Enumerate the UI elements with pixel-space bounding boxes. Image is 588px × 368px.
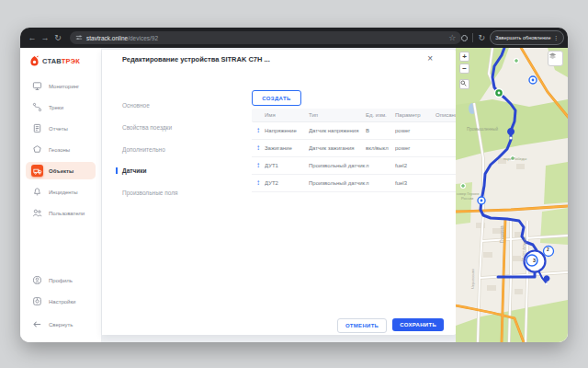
- sidebar-item-label: Инциденты: [49, 190, 78, 195]
- sensor-unit: л: [366, 163, 395, 168]
- edit-device-modal: Редактирование устройства SITRAK C7H ...…: [102, 50, 457, 335]
- sidebar-item-objects[interactable]: Объекты: [26, 162, 96, 179]
- cancel-button[interactable]: ОТМЕНИТЬ: [337, 318, 387, 333]
- col-unit: Ед. изм.: [366, 112, 395, 118]
- sidebar-item-tracks[interactable]: Треки: [26, 98, 96, 116]
- sidebar-item-settings[interactable]: Настройки: [26, 293, 96, 310]
- sidebar: СТАВТРЭК Мониторинг Тре: [20, 48, 102, 342]
- url-host: stavtrack.online: [86, 35, 128, 41]
- sidebar-item-reports[interactable]: Отчеты: [26, 120, 96, 137]
- save-button[interactable]: СОХРАНИТЬ: [392, 318, 444, 331]
- sensor-unit: В: [366, 128, 395, 133]
- search-icon: [460, 80, 467, 86]
- sidebar-item-label: Мониторинг: [49, 84, 79, 89]
- sensor-type: Произвольный датчик: [309, 163, 366, 168]
- tracks-icon: [31, 101, 43, 113]
- sidebar-item-label: Пользователи: [49, 211, 85, 216]
- sidebar-item-incidents[interactable]: Инциденты: [26, 183, 96, 201]
- browser-chrome: ← → ↻ stavtrack.online/devices/92 ☆ ↻: [20, 28, 568, 48]
- sidebar-item-label: Отчеты: [49, 126, 68, 132]
- chrome-separator: [472, 33, 473, 42]
- drag-handle-icon[interactable]: ↕: [252, 179, 265, 187]
- reports-icon: [31, 122, 43, 134]
- map-label-park: парк Победы: [503, 156, 526, 161]
- map-label-square2: России: [461, 196, 473, 201]
- create-button[interactable]: СОЗДАТЬ: [252, 90, 301, 106]
- sensor-name: ДУТ2: [265, 180, 309, 186]
- main-area: Редактирование устройства SITRAK C7H ...…: [102, 48, 456, 342]
- close-icon[interactable]: ×: [427, 53, 433, 63]
- layers-icon: [548, 52, 557, 60]
- sensor-type: Датчик зажигания: [309, 145, 366, 151]
- map-label-street-pushkina: Пушкина: [500, 225, 504, 243]
- sensor-name: ДУТ1: [265, 163, 309, 168]
- sidebar-item-users[interactable]: Пользователи: [26, 204, 96, 222]
- sensor-unit: вкл/выкл: [366, 145, 395, 151]
- col-type: Тип: [309, 112, 366, 118]
- zoom-out-button[interactable]: −: [459, 63, 469, 74]
- collapse-arrow-icon: [31, 318, 43, 330]
- extensions-puzzle-icon[interactable]: [460, 34, 469, 42]
- back-icon[interactable]: ←: [26, 28, 39, 48]
- url-path: /devices/92: [128, 35, 158, 41]
- reload-icon[interactable]: ↻: [51, 28, 64, 48]
- drag-handle-icon[interactable]: ↕: [252, 144, 265, 152]
- logo-flame-icon: [29, 55, 40, 67]
- drag-handle-icon[interactable]: ↕: [252, 127, 265, 134]
- forward-icon[interactable]: →: [39, 28, 51, 48]
- settings-icon: [31, 295, 43, 307]
- modal-footer-buttons: ОТМЕНИТЬ СОХРАНИТЬ: [337, 318, 444, 333]
- sidebar-item-label: Профиль: [49, 278, 73, 283]
- map-search-button[interactable]: [459, 79, 469, 89]
- col-name: Имя: [265, 112, 309, 118]
- cluster-count[interactable]: 3: [533, 258, 536, 263]
- sidebar-item-collapse[interactable]: Свернуть: [26, 316, 96, 333]
- profile-icon: [31, 274, 43, 286]
- sensor-type: Датчик напряжения: [309, 128, 366, 133]
- tab-trip-properties[interactable]: Свойства поездки: [122, 124, 172, 131]
- map-label-district: Промышленный: [467, 127, 498, 132]
- finish-update-button[interactable]: Завершить обновление ⋮: [490, 30, 564, 45]
- layers-button[interactable]: [548, 51, 563, 66]
- sidebar-item-label: Геозоны: [49, 147, 70, 153]
- chrome-actions: ☆ ↻ Завершить обновление ⋮: [447, 28, 564, 48]
- cluster-badge-count[interactable]: 2: [547, 247, 549, 252]
- sidebar-item-label: Треки: [49, 105, 63, 110]
- monitor-icon: [31, 80, 43, 92]
- update-sync-icon[interactable]: ↻: [477, 28, 486, 48]
- kebab-menu-icon[interactable]: ⋮: [554, 35, 560, 40]
- address-bar[interactable]: stavtrack.online/devices/92: [70, 31, 461, 44]
- geofence-icon: [31, 144, 43, 155]
- sensor-param: fuel3: [395, 180, 435, 186]
- sensor-type: Произвольный датчик: [309, 180, 366, 186]
- sidebar-item-geozones[interactable]: Геозоны: [26, 141, 96, 158]
- drag-handle-icon[interactable]: ↕: [252, 162, 265, 169]
- stavtrack-logo[interactable]: СТАВТРЭК: [29, 55, 80, 67]
- desktop: ← → ↻ stavtrack.online/devices/92 ☆ ↻: [0, 0, 588, 368]
- logo-text: СТАВТРЭК: [42, 57, 80, 65]
- finish-update-label: Завершить обновление: [495, 35, 550, 40]
- sidebar-item-label: Свернуть: [49, 322, 73, 328]
- modal-title: Редактирование устройства SITRAK C7H ...: [122, 55, 270, 63]
- sidebar-item-label: Настройки: [49, 299, 75, 305]
- zoom-in-button[interactable]: +: [459, 52, 469, 62]
- tab-additional[interactable]: Дополнительно: [122, 146, 165, 153]
- tab-main[interactable]: Основное: [122, 102, 150, 109]
- sensor-name: Напряжение: [265, 128, 309, 133]
- browser-window: ← → ↻ stavtrack.online/devices/92 ☆ ↻: [20, 28, 568, 342]
- sidebar-item-profile[interactable]: Профиль: [26, 271, 96, 289]
- sensor-param: power: [395, 145, 435, 151]
- vehicle-icon: [31, 165, 43, 177]
- site-settings-icon: [75, 34, 83, 41]
- sensor-unit: л: [366, 180, 395, 186]
- map-panel[interactable]: 3 2 Промышленный парк Победы сквер Герое…: [456, 48, 568, 342]
- app-root: СТАВТРЭК Мониторинг Тре: [20, 48, 568, 342]
- users-icon: [31, 207, 43, 219]
- sidebar-item-monitoring[interactable]: Мониторинг: [26, 77, 96, 95]
- incident-bell-icon: [31, 186, 43, 198]
- tab-custom-fields[interactable]: Произвольные поля: [122, 190, 178, 196]
- col-param: Параметр: [395, 112, 435, 118]
- tab-sensors[interactable]: Датчики: [116, 167, 146, 174]
- bookmark-star-icon[interactable]: ☆: [447, 28, 457, 48]
- sidebar-item-label: Объекты: [49, 168, 74, 174]
